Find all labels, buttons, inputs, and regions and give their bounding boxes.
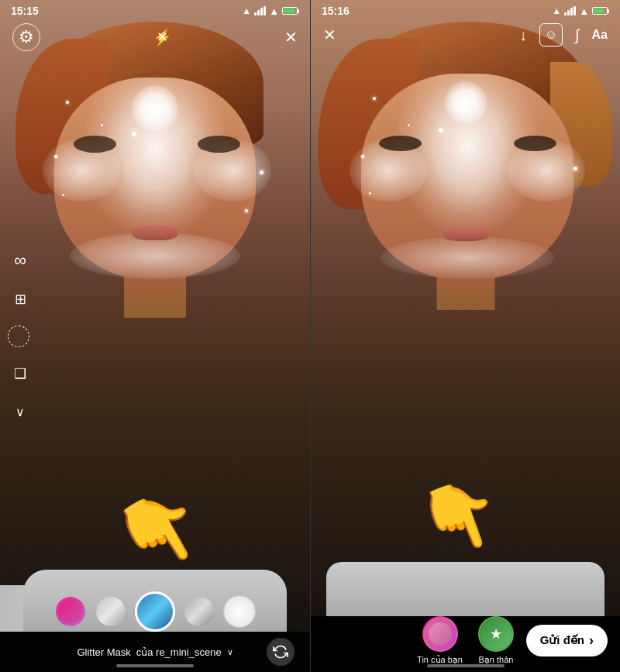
filter-3-active[interactable] [135, 591, 175, 632]
send-arrow-icon: › [589, 632, 594, 649]
close-friends-avatar: ★ [478, 616, 514, 652]
top-controls-left: ⚙ ⚡ ✕ ✕ [0, 23, 310, 51]
right-top-icons: ↓ ☺ ∫ Aa [519, 23, 608, 47]
story-label: Tin của bạn [417, 655, 463, 665]
share-option-close-friends[interactable]: ★ Bạn thân [478, 616, 514, 665]
story-avatar [422, 616, 458, 652]
filter-4[interactable] [183, 595, 215, 628]
status-bar-right: 15:16 ▲ ▲ [311, 0, 620, 22]
flash-off-icon[interactable]: ⚡ ✕ [153, 27, 172, 47]
signal-icon-left [254, 6, 266, 16]
close-icon-right[interactable]: ✕ [323, 26, 336, 44]
camera-flip-button[interactable] [267, 638, 294, 666]
left-screen: 15:15 ▲ ▲ ⚙ ⚡ ✕ [0, 0, 310, 672]
wifi-icon-right: ▲ [579, 5, 589, 17]
filter-author: của re_mini_scene [136, 646, 222, 658]
layout-icon[interactable]: ⊞ [8, 287, 33, 312]
location-icon-right: ▲ [552, 5, 561, 16]
send-button[interactable]: Gửi đến › [526, 625, 608, 656]
time-right: 15:16 [322, 5, 350, 17]
filter-name: Glitter Mask [77, 646, 130, 658]
home-indicator-right [427, 664, 505, 667]
left-side-controls: ∞ ⊞ ❑ ∨ [8, 248, 33, 425]
infinity-icon[interactable]: ∞ [8, 248, 33, 273]
location-icon-left: ▲ [242, 5, 251, 16]
emoji-sticker-icon[interactable]: ☺ [539, 23, 563, 47]
close-icon-left[interactable]: ✕ [284, 28, 298, 47]
battery-icon-right [592, 7, 609, 15]
layers-icon[interactable]: ❑ [8, 361, 33, 386]
signal-icon-right [564, 6, 576, 16]
wifi-icon-left: ▲ [269, 5, 279, 17]
home-indicator-left [116, 664, 194, 667]
right-screen: 15:16 ▲ ▲ ✕ ↓ ☺ [310, 0, 620, 672]
focus-icon[interactable] [8, 326, 29, 347]
filter-label[interactable]: Glitter Mask của re_mini_scene ∨ [77, 646, 232, 658]
status-bar-left: 15:15 ▲ ▲ [0, 0, 310, 22]
text-icon[interactable]: Aa [592, 28, 608, 42]
status-icons-left: ▲ ▲ [242, 5, 299, 17]
close-friends-label: Bạn thân [478, 655, 513, 665]
scribble-icon[interactable]: ∫ [575, 26, 579, 44]
filter-2[interactable] [95, 595, 127, 628]
settings-icon[interactable]: ⚙ [12, 23, 40, 51]
share-option-story[interactable]: Tin của bạn [417, 616, 463, 665]
chevron-down-small-icon: ∨ [227, 647, 233, 657]
battery-icon-left [282, 7, 299, 15]
time-left: 15:15 [11, 5, 39, 17]
filter-strip [0, 591, 310, 632]
download-icon[interactable]: ↓ [519, 26, 527, 44]
send-button-label: Gửi đến [540, 633, 584, 647]
top-controls-right: ✕ ↓ ☺ ∫ Aa [311, 23, 620, 47]
chevron-down-icon[interactable]: ∨ [8, 400, 33, 425]
camera-preview-right [311, 0, 620, 672]
filter-5[interactable] [223, 595, 256, 628]
status-icons-right: ▲ ▲ [552, 5, 609, 17]
filter-1[interactable] [54, 595, 87, 628]
